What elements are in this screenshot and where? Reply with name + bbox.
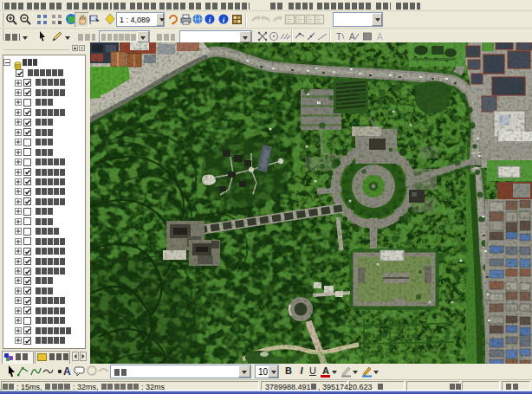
- svg-text:A: A: [377, 32, 383, 42]
- svg-text:T: T: [336, 32, 341, 42]
- svg-text:A: A: [349, 32, 355, 42]
- svg-text:A: A: [63, 365, 71, 378]
